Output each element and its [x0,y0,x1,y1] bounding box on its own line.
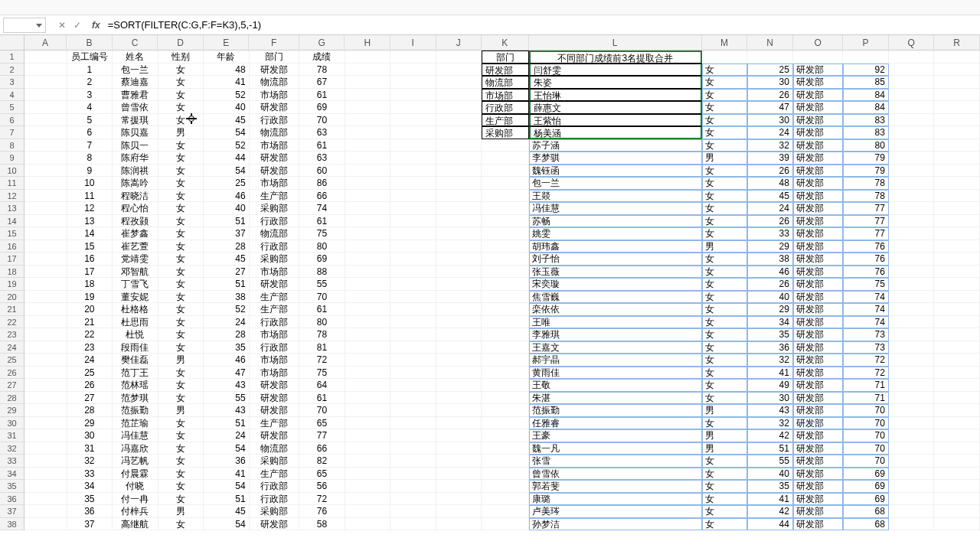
cell[interactable]: 范林瑶 [113,379,158,392]
cell[interactable]: 23 [67,341,113,354]
row-header[interactable]: 13 [0,202,24,215]
cell[interactable]: 女 [158,101,204,114]
cell[interactable]: 女 [702,455,748,468]
cell[interactable]: 女 [158,392,204,405]
cell[interactable]: 行政部 [250,341,299,354]
cell[interactable] [436,303,482,316]
cell[interactable] [345,126,391,139]
cell[interactable] [390,392,436,405]
cell[interactable] [934,240,980,253]
cell[interactable]: 11 [67,190,113,203]
cell[interactable]: 生产部 [250,468,299,481]
cell[interactable] [482,165,529,178]
cell[interactable] [482,227,529,240]
cell[interactable]: 研发部 [793,76,843,89]
col-header-M[interactable]: M [702,35,748,50]
cell[interactable]: 77 [843,227,889,240]
cell[interactable] [345,101,391,114]
cell[interactable] [889,505,935,518]
cell[interactable] [390,316,436,329]
cell[interactable]: 83 [843,126,889,139]
cell[interactable] [345,303,391,316]
cell[interactable]: 女 [702,126,748,139]
cell[interactable]: 研发部 [793,455,843,468]
cell[interactable] [345,505,391,518]
cell[interactable]: 24 [67,354,113,367]
cell[interactable]: 市场部 [482,89,529,102]
cell[interactable]: 女 [158,417,204,430]
cell[interactable]: 程晓洁 [113,190,158,203]
cell[interactable] [889,240,935,253]
cell[interactable] [24,202,67,215]
cell[interactable] [889,51,935,64]
cell[interactable]: 29 [67,417,113,430]
cell[interactable]: 女 [702,278,748,291]
select-all-corner[interactable] [0,35,24,50]
cell[interactable]: 物流部 [250,227,299,240]
cell[interactable]: 程心怡 [113,202,158,215]
cell[interactable] [482,328,529,341]
cell[interactable] [24,64,67,77]
cell[interactable]: 范丁王 [113,367,158,380]
cell[interactable]: 研发部 [250,392,299,405]
row-header[interactable]: 1 [0,51,24,64]
cell[interactable] [436,202,482,215]
col-header-Q[interactable]: Q [889,35,935,50]
cell[interactable]: 13 [67,215,113,228]
cell[interactable]: 研发部 [250,165,299,178]
cell[interactable]: 女 [702,266,748,279]
cell[interactable]: 董安妮 [113,291,158,304]
cell[interactable]: 12 [67,202,113,215]
cell[interactable] [345,518,391,531]
cell[interactable]: 郭若斐 [529,480,702,493]
cell[interactable] [482,190,529,203]
cell[interactable]: 47 [747,101,793,114]
cell[interactable]: 76 [843,253,889,266]
cell[interactable] [345,64,391,77]
cell[interactable]: 女 [702,177,748,190]
cell[interactable]: 37 [67,518,113,531]
cell[interactable]: 6 [67,126,113,139]
cell[interactable]: 26 [747,278,793,291]
cell[interactable]: 30 [747,76,793,89]
cell[interactable]: 67 [299,76,345,89]
cell[interactable] [934,328,980,341]
cell[interactable]: 曾雪依 [113,101,158,114]
cell[interactable]: 研发部 [793,505,843,518]
cell[interactable] [24,404,67,417]
formula-cancel-icon[interactable]: ✕ [57,20,67,31]
cell[interactable] [436,240,482,253]
cell[interactable]: 研发部 [482,64,529,77]
cell[interactable] [390,227,436,240]
cell[interactable] [889,493,935,506]
cell[interactable] [345,417,391,430]
cell[interactable]: 75 [299,227,345,240]
cell[interactable]: 女 [702,227,748,240]
cell[interactable] [934,202,980,215]
cell[interactable]: 研发部 [793,190,843,203]
cell[interactable] [24,316,67,329]
col-header-D[interactable]: D [158,35,204,50]
cell[interactable]: 采购部 [250,253,299,266]
cell[interactable] [390,367,436,380]
cell[interactable] [436,278,482,291]
cell[interactable] [24,341,67,354]
cell[interactable] [390,202,436,215]
cell[interactable] [436,51,482,64]
cell[interactable]: 党靖雯 [113,253,158,266]
cell[interactable]: 女 [158,442,204,455]
cell[interactable] [436,114,482,127]
cell[interactable]: 72 [299,493,345,506]
cell[interactable] [934,76,980,89]
cell[interactable]: 38 [204,291,250,304]
cell[interactable]: 63 [299,152,345,165]
cell[interactable] [24,291,67,304]
cell[interactable]: 女 [702,328,748,341]
cell[interactable] [436,177,482,190]
row-header[interactable]: 29 [0,404,24,417]
cell[interactable]: 20 [67,303,113,316]
cell[interactable] [889,76,935,89]
cell[interactable]: 51 [204,278,250,291]
cell[interactable] [436,518,482,531]
cell[interactable]: 物流部 [250,126,299,139]
